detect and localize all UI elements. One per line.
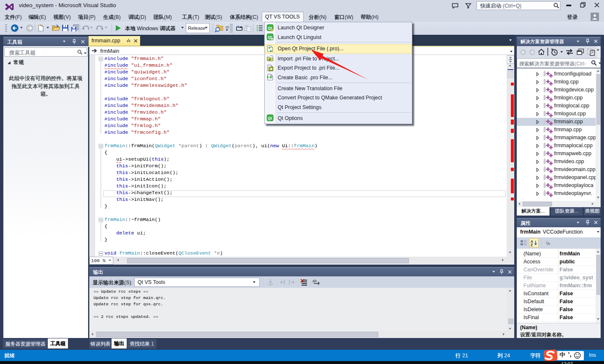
svg-text:ab: ab [312,279,317,283]
svg-text:Qt: Qt [268,116,272,120]
svg-text:Z: Z [531,243,533,247]
svg-text:Qt: Qt [268,26,272,30]
